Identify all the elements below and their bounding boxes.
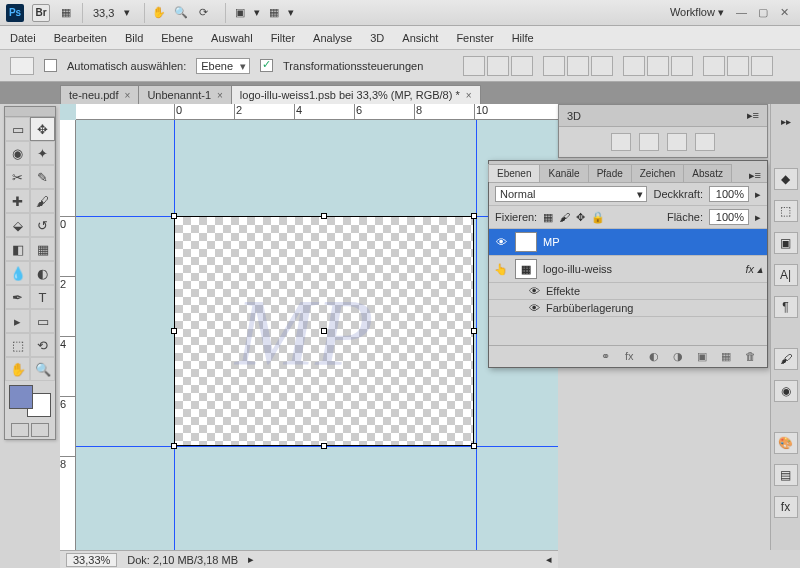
fill-slider-icon[interactable]: ▸ [755, 211, 761, 224]
arrange-btn[interactable] [623, 56, 645, 76]
more-btn[interactable] [751, 56, 773, 76]
type-tool[interactable]: T [30, 285, 55, 309]
group-icon[interactable]: ▣ [697, 350, 713, 364]
color-swatch[interactable] [9, 385, 51, 417]
move-tool[interactable]: ✥ [30, 117, 55, 141]
more-btn[interactable] [703, 56, 725, 76]
menu-filter[interactable]: Filter [271, 32, 295, 44]
close-button[interactable]: ✕ [780, 6, 794, 20]
auto-select-checkbox[interactable] [44, 59, 57, 72]
rotate-icon[interactable]: ⟳ [195, 5, 211, 21]
tab-close-icon[interactable]: × [466, 90, 472, 101]
zoom-icon[interactable]: 🔍 [173, 5, 189, 21]
menu-fenster[interactable]: Fenster [456, 32, 493, 44]
handle[interactable] [471, 328, 477, 334]
crop-tool[interactable]: ✂ [5, 165, 30, 189]
extras-dropdown-icon[interactable]: ▾ [288, 6, 294, 19]
distribute-btn[interactable] [567, 56, 589, 76]
quickmask-off[interactable] [11, 423, 29, 437]
tab-kanaele[interactable]: Kanäle [539, 164, 588, 182]
blend-mode-select[interactable]: Normal [495, 186, 647, 202]
visibility-icon[interactable]: 👆 [493, 261, 509, 277]
status-zoom[interactable]: 33,33% [66, 553, 117, 567]
dock-fx-icon[interactable]: fx [774, 496, 798, 518]
layer-effects[interactable]: 👁 Effekte [489, 283, 767, 300]
bridge-icon[interactable]: Br [32, 4, 50, 22]
mask-icon[interactable]: ◐ [649, 350, 665, 364]
restore-button[interactable]: ▢ [758, 6, 772, 20]
lasso-tool[interactable]: ◉ [5, 141, 30, 165]
dodge-tool[interactable]: ◐ [30, 261, 55, 285]
align-btn[interactable] [487, 56, 509, 76]
handle[interactable] [171, 213, 177, 219]
opacity-slider-icon[interactable]: ▸ [755, 188, 761, 201]
scroll-left-icon[interactable]: ◂ [546, 553, 552, 566]
blur-tool[interactable]: 💧 [5, 261, 30, 285]
transform-controls-checkbox[interactable] [260, 59, 273, 72]
guide[interactable] [76, 446, 558, 447]
fx-badge[interactable]: fx ▴ [745, 263, 763, 276]
menu-ebene[interactable]: Ebene [161, 32, 193, 44]
handle[interactable] [321, 443, 327, 449]
tool-preset-picker[interactable] [10, 57, 34, 75]
status-doc[interactable]: Dok: 2,10 MB/3,18 MB [127, 554, 238, 566]
dock-brushes-icon[interactable]: 🖌 [774, 348, 798, 370]
wand-tool[interactable]: ✦ [30, 141, 55, 165]
3d-camera-tool[interactable]: ⟲ [30, 333, 55, 357]
workspace-dropdown[interactable]: Workflow ▾ [666, 4, 728, 21]
collapse-icon[interactable]: ▸▸ [776, 114, 796, 128]
3d-tool[interactable]: ⬚ [5, 333, 30, 357]
marquee-tool[interactable]: ▭ [5, 117, 30, 141]
eye-icon[interactable]: 👁 [529, 285, 540, 297]
dock-styles-icon[interactable]: ▣ [774, 232, 798, 254]
layer-row[interactable]: 👁 T MP [489, 229, 767, 256]
dock-clone-icon[interactable]: ◉ [774, 380, 798, 402]
zoom-dropdown-icon[interactable]: ▾ [124, 6, 130, 19]
center-handle[interactable] [321, 328, 327, 334]
auto-select-target[interactable]: Ebene [196, 58, 250, 74]
arrange-btn[interactable] [647, 56, 669, 76]
status-dropdown-icon[interactable]: ▸ [248, 553, 254, 566]
stamp-tool[interactable]: ⬙ [5, 213, 30, 237]
panel-3d-title[interactable]: 3D [567, 110, 581, 122]
visibility-icon[interactable]: 👁 [493, 234, 509, 250]
shape-tool[interactable]: ▭ [30, 309, 55, 333]
screen-mode-icon[interactable]: ▣ [232, 5, 248, 21]
gradient-tool[interactable]: ▦ [30, 237, 55, 261]
heal-tool[interactable]: ✚ [5, 189, 30, 213]
menu-datei[interactable]: Datei [10, 32, 36, 44]
align-btn[interactable] [463, 56, 485, 76]
fg-color[interactable] [9, 385, 33, 409]
lock-pixels-icon[interactable]: ▦ [543, 211, 553, 224]
dock-palette-icon[interactable]: 🎨 [774, 432, 798, 454]
distribute-btn[interactable] [543, 56, 565, 76]
brush-tool[interactable]: 🖌 [30, 189, 55, 213]
layer-effect-item[interactable]: 👁 Farbüberlagerung [489, 300, 767, 317]
handle[interactable] [321, 213, 327, 219]
adjust-icon[interactable]: ◑ [673, 350, 689, 364]
dock-paragraph-icon[interactable]: ¶ [774, 296, 798, 318]
history-brush-tool[interactable]: ↺ [30, 213, 55, 237]
zoom-tool[interactable]: 🔍 [30, 357, 55, 381]
dock-swatches-icon[interactable]: ⬚ [774, 200, 798, 222]
screen-mode-dropdown-icon[interactable]: ▾ [254, 6, 260, 19]
menu-hilfe[interactable]: Hilfe [512, 32, 534, 44]
dock-layers-icon[interactable]: ▤ [774, 464, 798, 486]
tab-close-icon[interactable]: × [125, 90, 131, 101]
eraser-tool[interactable]: ◧ [5, 237, 30, 261]
arrange-btn[interactable] [671, 56, 693, 76]
new-layer-icon[interactable]: ▦ [721, 350, 737, 364]
artboard[interactable]: MP [174, 216, 474, 446]
dock-color-icon[interactable]: ◆ [774, 168, 798, 190]
panel-menu-icon[interactable]: ▸≡ [743, 169, 767, 182]
menu-analyse[interactable]: Analyse [313, 32, 352, 44]
minimize-button[interactable]: — [736, 6, 750, 20]
3d-mesh-icon[interactable] [639, 133, 659, 151]
hand-tool[interactable]: ✋ [5, 357, 30, 381]
distribute-btn[interactable] [591, 56, 613, 76]
hand-icon[interactable]: ✋ [151, 5, 167, 21]
3d-material-icon[interactable] [667, 133, 687, 151]
handle[interactable] [471, 213, 477, 219]
tab-ebenen[interactable]: Ebenen [488, 164, 540, 182]
doc-tab-active[interactable]: logo-illu-weiss1.psb bei 33,3% (MP, RGB/… [231, 85, 481, 104]
